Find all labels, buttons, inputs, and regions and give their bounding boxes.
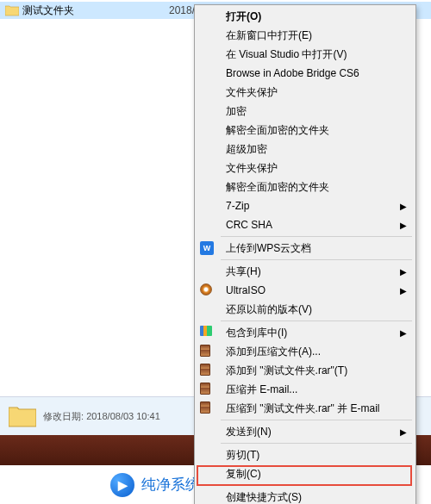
menu-item-label: 超级加密 [226, 142, 414, 157]
menu-item-label: 发送到(N) [226, 425, 414, 439]
menu-item-label: 添加到 "测试文件夹.rar"(T) [226, 364, 414, 378]
menu-separator [221, 236, 412, 237]
menu-item-0[interactable]: 打开(O) [221, 7, 414, 26]
menu-item-label: 加密 [226, 104, 414, 119]
menu-separator [221, 259, 412, 260]
submenu-arrow-icon: ▶ [400, 267, 407, 277]
books-icon [200, 326, 212, 336]
menu-item-label: 上传到WPS云文档 [226, 241, 414, 256]
submenu-arrow-icon: ▶ [400, 328, 407, 338]
menu-item-label: 在新窗口中打开(E) [226, 28, 414, 43]
menu-item-15[interactable]: 共享(H)▶ [221, 262, 414, 281]
menu-item-label: 剪切(T) [226, 448, 414, 463]
menu-item-27[interactable]: 剪切(T) [221, 445, 414, 464]
watermark-logo-icon: ▶ [110, 473, 134, 497]
menu-item-11[interactable]: CRC SHA▶ [221, 215, 414, 234]
menu-item-label: Browse in Adobe Bridge CS6 [226, 67, 414, 79]
menu-item-19[interactable]: 包含到库中(I)▶ [221, 323, 414, 342]
menu-item-13[interactable]: W上传到WPS云文档 [221, 239, 414, 258]
submenu-arrow-icon: ▶ [400, 221, 407, 230]
folder-icon [5, 4, 19, 16]
menu-item-label: UltraISO [226, 284, 414, 296]
menu-item-label: 创建快捷方式(S) [226, 490, 414, 505]
wps-icon: W [200, 241, 214, 255]
menu-item-25[interactable]: 发送到(N)▶ [221, 422, 414, 441]
menu-item-20[interactable]: 添加到压缩文件(A)... [221, 342, 414, 361]
menu-item-label: 打开(O) [226, 9, 414, 24]
explorer-window: 测试文件夹 2018/08/03 10:41 修改日期: 2018/08/03 … [0, 0, 431, 504]
menu-item-label: 还原以前的版本(V) [226, 302, 414, 317]
menu-separator [221, 443, 412, 444]
menu-item-label: 文件夹保护 [226, 161, 414, 176]
submenu-arrow-icon: ▶ [400, 286, 407, 296]
details-value: 2018/08/03 10:41 [86, 411, 160, 421]
context-menu: 打开(O)在新窗口中打开(E)在 Visual Studio 中打开(V)Bro… [194, 4, 416, 504]
menu-separator [221, 320, 412, 321]
menu-item-16[interactable]: UltraISO▶ [221, 281, 414, 300]
menu-item-22[interactable]: 压缩并 E-mail... [221, 380, 414, 399]
submenu-arrow-icon: ▶ [400, 202, 407, 211]
menu-item-5[interactable]: 加密 [221, 102, 414, 121]
disc-icon [200, 283, 212, 296]
menu-item-label: 解密全面加密的文件夹 [226, 123, 414, 138]
menu-item-2[interactable]: 在 Visual Studio 中打开(V) [221, 45, 414, 64]
menu-item-7[interactable]: 超级加密 [221, 140, 414, 159]
menu-item-3[interactable]: Browse in Adobe Bridge CS6 [221, 64, 414, 83]
folder-icon-large [9, 404, 36, 428]
menu-separator [221, 420, 412, 420]
menu-item-1[interactable]: 在新窗口中打开(E) [221, 26, 414, 45]
menu-item-label: CRC SHA [226, 219, 414, 231]
menu-item-label: 解密全面加密的文件夹 [226, 180, 414, 195]
menu-item-21[interactable]: 添加到 "测试文件夹.rar"(T) [221, 361, 414, 380]
menu-separator [221, 485, 412, 486]
menu-item-10[interactable]: 7-Zip▶ [221, 196, 414, 215]
menu-item-label: 包含到库中(I) [226, 326, 414, 340]
menu-item-17[interactable]: 还原以前的版本(V) [221, 300, 414, 319]
menu-item-label: 文件夹保护 [226, 85, 414, 100]
menu-item-30[interactable]: 创建快捷方式(S) [221, 488, 414, 504]
menu-item-label: 添加到压缩文件(A)... [226, 345, 414, 359]
file-name: 测试文件夹 [22, 3, 169, 18]
menu-item-6[interactable]: 解密全面加密的文件夹 [221, 121, 414, 140]
submenu-arrow-icon: ▶ [400, 427, 407, 437]
menu-item-label: 7-Zip [226, 200, 414, 212]
rar-icon [200, 364, 210, 376]
menu-item-9[interactable]: 解密全面加密的文件夹 [221, 177, 414, 196]
rar-icon [200, 383, 210, 395]
menu-item-4[interactable]: 文件夹保护 [221, 83, 414, 102]
menu-item-label: 压缩到 "测试文件夹.rar" 并 E-mail [226, 401, 414, 416]
menu-item-8[interactable]: 文件夹保护 [221, 159, 414, 177]
rar-icon [200, 345, 210, 357]
menu-item-label: 压缩并 E-mail... [226, 383, 414, 397]
menu-item-label: 复制(C) [226, 467, 414, 482]
rar-icon [200, 401, 210, 414]
menu-item-label: 在 Visual Studio 中打开(V) [226, 47, 414, 62]
menu-item-label: 共享(H) [226, 264, 414, 279]
menu-item-28[interactable]: 复制(C) [221, 464, 414, 483]
details-label: 修改日期: [43, 411, 84, 421]
menu-item-23[interactable]: 压缩到 "测试文件夹.rar" 并 E-mail [221, 399, 414, 418]
